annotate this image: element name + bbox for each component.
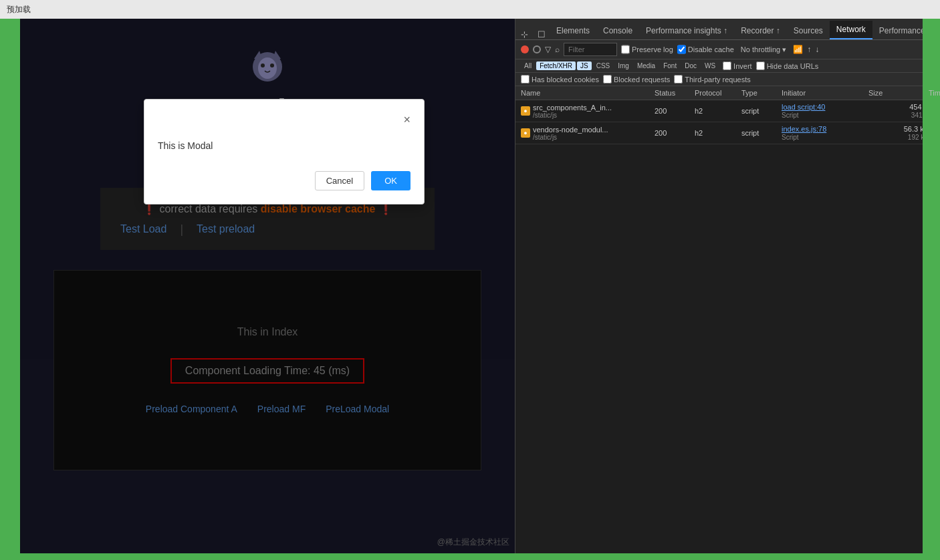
- record-button[interactable]: [521, 45, 529, 53]
- row-2-protocol: h2: [695, 129, 741, 137]
- filter-input[interactable]: [564, 43, 617, 56]
- upload-icon: ↑: [807, 45, 811, 54]
- title-bar: 预加载: [0, 0, 940, 19]
- title-bar-label: 预加载: [7, 4, 31, 15]
- table-row: ● src_components_A_in... /static/js 200 …: [515, 100, 923, 122]
- invert-checkbox[interactable]: [723, 61, 731, 70]
- disable-cache-checkbox-label: Disable cache: [677, 43, 734, 56]
- tab-console[interactable]: Console: [596, 22, 639, 39]
- hide-data-urls-label: Hide data URLs: [756, 61, 819, 70]
- row-2-initiator-link[interactable]: index.es.js:78: [782, 125, 826, 133]
- blocked-requests-checkbox[interactable]: [603, 75, 612, 84]
- row-2-icon: ●: [521, 128, 530, 138]
- square-icon[interactable]: ☐: [534, 29, 550, 39]
- tab-recorder[interactable]: Recorder ↑: [734, 22, 787, 39]
- preserve-log-checkbox[interactable]: [621, 43, 630, 56]
- filter-icon[interactable]: ▽: [545, 45, 551, 54]
- header-name[interactable]: Name: [521, 89, 655, 97]
- preserve-log-checkbox-label: Preserve log: [621, 43, 673, 56]
- header-size[interactable]: Size: [868, 89, 929, 97]
- modal-footer: Cancel OK: [158, 171, 410, 190]
- fetch-img-btn[interactable]: Img: [614, 61, 632, 70]
- disable-cache-label: Disable cache: [688, 45, 734, 53]
- fetch-css-btn[interactable]: CSS: [593, 61, 614, 70]
- blocked-cookies-label: Has blocked cookies: [521, 75, 599, 84]
- tab-network[interactable]: Network: [830, 21, 872, 39]
- page-area: ad Focus on improving your applications …: [20, 19, 515, 553]
- fetch-all-btn[interactable]: All: [521, 61, 535, 70]
- blocked-cookies-checkbox[interactable]: [521, 75, 530, 84]
- modal-ok-button[interactable]: OK: [371, 171, 410, 190]
- modal-close-button[interactable]: ×: [403, 113, 410, 127]
- tab-sources[interactable]: Sources: [787, 22, 830, 39]
- modal-header: ×: [158, 113, 410, 127]
- browser-window: ad Focus on improving your applications …: [20, 19, 923, 553]
- fetch-doc-btn[interactable]: Doc: [681, 61, 700, 70]
- row-1-status: 200: [655, 107, 695, 115]
- row-1-size: 454 B 341 B: [868, 103, 923, 119]
- row-1-initiator: load script:40 Script: [782, 103, 868, 119]
- header-time[interactable]: Time: [929, 89, 940, 97]
- third-party-requests-checkbox[interactable]: [674, 75, 683, 84]
- tab-performance-insights[interactable]: Performance insights ↑: [639, 22, 734, 39]
- modal-body: This is Modal: [158, 140, 410, 151]
- header-status[interactable]: Status: [655, 89, 695, 97]
- devtools-panel: ⊹ ☐ Elements Console Performance insight…: [515, 19, 923, 553]
- hide-data-urls-checkbox[interactable]: [756, 61, 765, 70]
- modal-cancel-button[interactable]: Cancel: [315, 171, 364, 190]
- row-1-initiator-link[interactable]: load script:40: [782, 103, 825, 111]
- download-icon: ↓: [815, 45, 819, 54]
- row-2-initiator-sub: Script: [782, 134, 799, 141]
- modal-box: × This is Modal Cancel OK: [144, 99, 425, 204]
- devtools-toolbar-1: ▽ ⌕ Preserve log Disable cache No thrott…: [515, 40, 923, 59]
- tab-performance[interactable]: Performance: [872, 22, 923, 39]
- blocked-requests-label: Blocked requests: [603, 75, 670, 84]
- row-1-name: src_components_A_in... /static/js: [533, 104, 612, 119]
- network-table-header: Name Status Protocol Type Initiator Size…: [515, 86, 923, 100]
- fetch-ws-btn[interactable]: WS: [701, 61, 719, 70]
- header-type[interactable]: Type: [741, 89, 782, 97]
- header-initiator[interactable]: Initiator: [782, 89, 868, 97]
- row-1-name-cell: ● src_components_A_in... /static/js: [521, 104, 655, 119]
- table-row: ● vendors-node_modul... /static/js 200 h…: [515, 122, 923, 144]
- row-2-initiator: index.es.js:78 Script: [782, 125, 868, 141]
- fetch-media-btn[interactable]: Media: [634, 61, 659, 70]
- row-1-type: script: [741, 107, 782, 115]
- cursor-icon[interactable]: ⊹: [515, 29, 534, 39]
- wifi-icon: 📶: [793, 45, 803, 54]
- row-2-type: script: [741, 129, 782, 137]
- disable-cache-checkbox[interactable]: [677, 43, 686, 56]
- row-1-initiator-sub: Script: [782, 112, 799, 119]
- network-table: ● src_components_A_in... /static/js 200 …: [515, 100, 923, 553]
- third-party-requests-label: Third-party requests: [674, 75, 750, 84]
- header-protocol[interactable]: Protocol: [695, 89, 741, 97]
- fetch-btn-group: All Fetch/XHR JS CSS Img Media Font Doc …: [521, 61, 719, 70]
- modal-overlay: × This is Modal Cancel OK: [20, 19, 515, 553]
- row-1-protocol: h2: [695, 107, 741, 115]
- tab-elements[interactable]: Elements: [550, 22, 596, 39]
- fetch-font-btn[interactable]: Font: [660, 61, 680, 70]
- invert-checkbox-label: Invert: [723, 61, 752, 70]
- row-2-size: 56.3 kB 192 kB: [868, 125, 923, 141]
- preserve-log-label: Preserve log: [632, 45, 673, 53]
- row-2-status: 200: [655, 129, 695, 137]
- row-2-name-cell: ● vendors-node_modul... /static/js: [521, 126, 655, 141]
- devtools-filter-row: All Fetch/XHR JS CSS Img Media Font Doc …: [515, 59, 923, 73]
- row-1-icon: ●: [521, 106, 530, 116]
- devtools-tab-bar: ⊹ ☐ Elements Console Performance insight…: [515, 19, 923, 40]
- stop-button[interactable]: [533, 45, 541, 53]
- search-icon[interactable]: ⌕: [555, 45, 560, 54]
- devtools-blocked-row: Has blocked cookies Blocked requests Thi…: [515, 73, 923, 86]
- fetch-js-btn[interactable]: JS: [577, 61, 592, 70]
- throttle-dropdown[interactable]: No throttling ▾: [738, 45, 789, 55]
- row-2-name: vendors-node_modul... /static/js: [533, 126, 608, 141]
- fetch-xhr-btn[interactable]: Fetch/XHR: [536, 61, 576, 70]
